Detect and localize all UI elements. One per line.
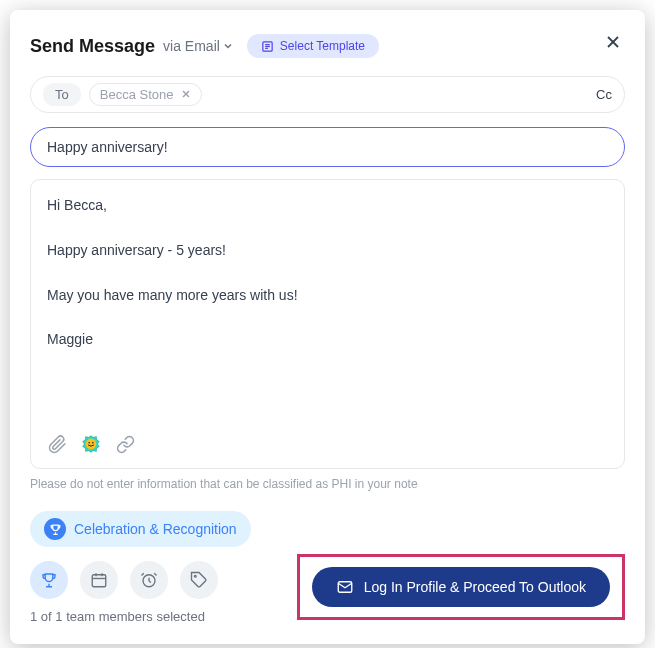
select-template-button[interactable]: Select Template	[247, 34, 379, 58]
modal-header: Send Message via Email Select Template	[30, 34, 625, 58]
proceed-button-label: Log In Profile & Proceed To Outlook	[364, 579, 586, 595]
message-body-text[interactable]: Hi Becca, Happy anniversary - 5 years! M…	[47, 194, 608, 424]
tag-label: Celebration & Recognition	[74, 521, 237, 537]
selected-count-text: 1 of 1 team members selected	[30, 609, 218, 624]
body-toolbar	[47, 434, 608, 454]
action-icons-row	[30, 561, 218, 599]
calendar-action-icon[interactable]	[80, 561, 118, 599]
recipient-name: Becca Stone	[100, 87, 174, 102]
to-label: To	[43, 83, 81, 106]
attachment-icon[interactable]	[47, 434, 67, 454]
reminder-action-icon[interactable]	[130, 561, 168, 599]
svg-point-16	[194, 575, 196, 577]
send-message-modal: Send Message via Email Select Template T…	[10, 10, 645, 644]
highlight-annotation: Log In Profile & Proceed To Outlook	[297, 554, 625, 620]
svg-rect-11	[92, 575, 106, 587]
template-icon	[261, 40, 274, 53]
channel-dropdown[interactable]: via Email	[163, 38, 234, 54]
link-icon[interactable]	[115, 434, 135, 454]
message-body-area[interactable]: Hi Becca, Happy anniversary - 5 years! M…	[30, 179, 625, 469]
close-button[interactable]	[601, 30, 625, 54]
close-icon	[605, 34, 621, 50]
channel-label: via Email	[163, 38, 220, 54]
modal-title: Send Message	[30, 36, 155, 57]
subject-input[interactable]	[30, 127, 625, 167]
svg-point-8	[86, 439, 97, 450]
trophy-badge-icon	[44, 518, 66, 540]
recipient-chip[interactable]: Becca Stone	[89, 83, 203, 106]
remove-recipient-icon[interactable]	[181, 88, 191, 102]
recipients-row[interactable]: To Becca Stone Cc	[30, 76, 625, 113]
template-button-label: Select Template	[280, 39, 365, 53]
cc-button[interactable]: Cc	[596, 87, 612, 102]
sticker-icon[interactable]	[81, 434, 101, 454]
svg-point-9	[88, 442, 90, 444]
footer-row: 1 of 1 team members selected Log In Prof…	[30, 549, 625, 624]
tag-action-icon[interactable]	[180, 561, 218, 599]
chevron-down-icon	[222, 40, 234, 52]
tag-pill[interactable]: Celebration & Recognition	[30, 511, 251, 547]
svg-point-10	[92, 442, 94, 444]
envelope-icon	[336, 578, 354, 596]
proceed-button[interactable]: Log In Profile & Proceed To Outlook	[312, 567, 610, 607]
trophy-action-icon[interactable]	[30, 561, 68, 599]
phi-warning-text: Please do not enter information that can…	[30, 477, 625, 491]
